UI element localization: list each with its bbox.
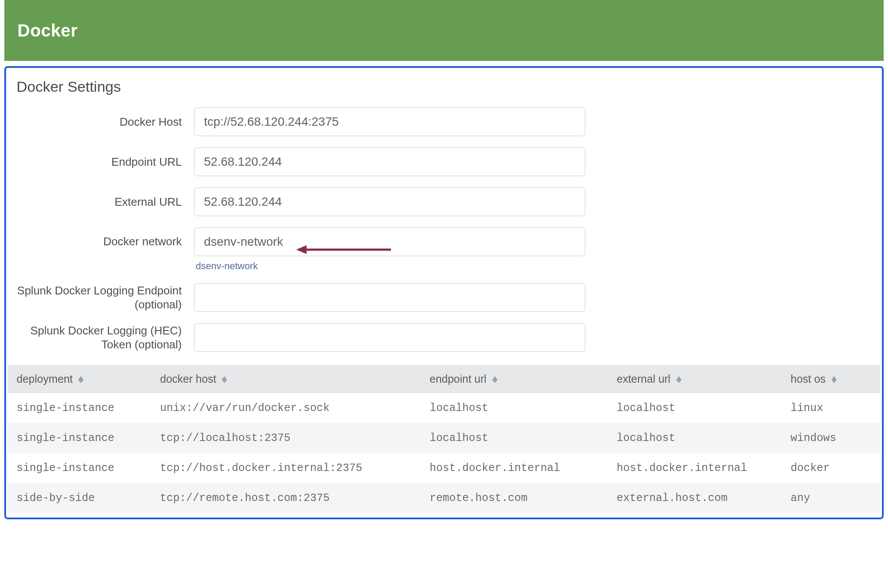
col-header-external[interactable]: external url	[608, 365, 782, 393]
svg-marker-7	[492, 380, 497, 383]
cell-deployment: single-instance	[8, 393, 151, 423]
docker-network-hint[interactable]: dsenv-network	[196, 261, 585, 272]
splunk-token-input[interactable]	[194, 323, 585, 352]
cell-endpoint: localhost	[421, 393, 608, 423]
endpoint-url-input[interactable]	[194, 147, 585, 176]
sort-icon	[78, 376, 83, 383]
svg-marker-3	[78, 380, 83, 383]
svg-marker-9	[676, 380, 681, 383]
cell-docker-host: unix://var/run/docker.sock	[151, 393, 421, 423]
sort-icon	[831, 376, 837, 383]
cell-docker-host: tcp://host.docker.internal:2375	[151, 453, 421, 483]
docker-settings-form: Docker Host Endpoint URL External URL Do…	[17, 107, 880, 352]
splunk-endpoint-input[interactable]	[194, 283, 585, 312]
col-header-label: endpoint url	[430, 373, 487, 385]
field-docker-network-row: Docker network dsenv-network	[17, 227, 880, 272]
field-splunk-endpoint-row: Splunk Docker Logging Endpoint (optional…	[17, 283, 880, 312]
table-row[interactable]: single-instance tcp://localhost:2375 loc…	[8, 423, 880, 453]
external-url-input[interactable]	[194, 187, 585, 216]
cell-docker-host: tcp://localhost:2375	[151, 423, 421, 453]
field-label: Docker network	[17, 227, 194, 249]
panel-title: Docker Settings	[17, 78, 880, 95]
svg-marker-6	[492, 376, 497, 380]
field-label: Docker Host	[17, 115, 194, 129]
col-header-host-os[interactable]: host os	[782, 365, 880, 393]
cell-host-os: docker	[782, 453, 880, 483]
col-header-label: docker host	[160, 373, 216, 385]
cell-endpoint: host.docker.internal	[421, 453, 608, 483]
col-header-label: external url	[617, 373, 671, 385]
field-external-url-row: External URL	[17, 187, 880, 216]
sort-icon	[222, 376, 227, 383]
cell-external: external.host.com	[608, 483, 782, 513]
svg-marker-2	[78, 376, 83, 380]
field-splunk-token-row: Splunk Docker Logging (HEC) Token (optio…	[17, 323, 880, 352]
col-header-label: deployment	[17, 373, 73, 385]
page-header: Docker	[4, 0, 884, 61]
sort-icon	[676, 376, 681, 383]
cell-host-os: linux	[782, 393, 880, 423]
svg-marker-11	[831, 380, 837, 383]
page-title: Docker	[17, 21, 78, 40]
cell-host-os: any	[782, 483, 880, 513]
cell-deployment: single-instance	[8, 423, 151, 453]
field-label: Splunk Docker Logging Endpoint (optional…	[17, 284, 194, 312]
table-row[interactable]: single-instance tcp://host.docker.intern…	[8, 453, 880, 483]
docker-network-input[interactable]	[194, 227, 585, 256]
svg-marker-4	[222, 376, 227, 380]
field-label: External URL	[17, 195, 194, 209]
svg-marker-5	[222, 380, 227, 383]
col-header-label: host os	[791, 373, 826, 385]
field-endpoint-url-row: Endpoint URL	[17, 147, 880, 176]
cell-deployment: single-instance	[8, 453, 151, 483]
cell-external: localhost	[608, 423, 782, 453]
sort-icon	[492, 376, 497, 383]
field-docker-host-row: Docker Host	[17, 107, 880, 136]
docker-settings-panel: Docker Settings Docker Host Endpoint URL…	[4, 66, 884, 519]
cell-endpoint: localhost	[421, 423, 608, 453]
col-header-endpoint[interactable]: endpoint url	[421, 365, 608, 393]
svg-marker-8	[676, 376, 681, 380]
cell-docker-host: tcp://remote.host.com:2375	[151, 483, 421, 513]
col-header-docker-host[interactable]: docker host	[151, 365, 421, 393]
cell-endpoint: remote.host.com	[421, 483, 608, 513]
cell-host-os: windows	[782, 423, 880, 453]
table-row[interactable]: single-instance unix://var/run/docker.so…	[8, 393, 880, 423]
cell-deployment: side-by-side	[8, 483, 151, 513]
svg-marker-10	[831, 376, 837, 380]
cell-external: localhost	[608, 393, 782, 423]
deployments-table: deployment docker host	[8, 365, 880, 513]
field-label: Endpoint URL	[17, 155, 194, 169]
table-header-row: deployment docker host	[8, 365, 880, 393]
field-label: Splunk Docker Logging (HEC) Token (optio…	[17, 324, 194, 352]
docker-host-input[interactable]	[194, 107, 585, 136]
col-header-deployment[interactable]: deployment	[8, 365, 151, 393]
table-row[interactable]: side-by-side tcp://remote.host.com:2375 …	[8, 483, 880, 513]
cell-external: host.docker.internal	[608, 453, 782, 483]
